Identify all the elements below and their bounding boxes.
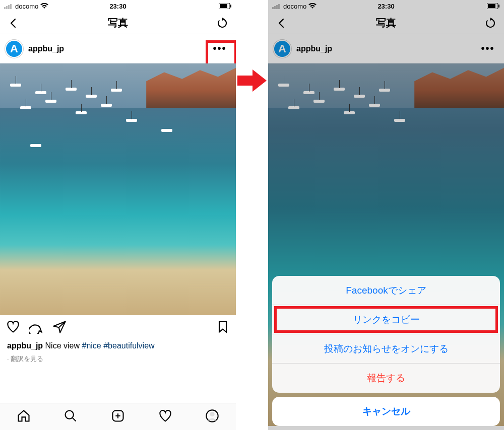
tab-bar (0, 403, 236, 430)
clock: 23:30 (0, 3, 236, 10)
more-button[interactable]: ••• (477, 38, 499, 60)
avatar-letter: A (10, 42, 18, 55)
avatar-letter: A (278, 42, 286, 55)
phone-left: docomo 23:30 写真 A appbu_jp ••• (0, 0, 236, 430)
page-title: 写真 (268, 16, 504, 30)
sheet-item-share-facebook[interactable]: Facebookでシェア (272, 276, 500, 305)
post-caption: appbu_jp Nice view #nice #beautifulview (0, 340, 236, 351)
sheet-item-notifications-on[interactable]: 投稿のお知らせをオンにする (272, 334, 500, 364)
avatar[interactable]: A (5, 40, 23, 58)
tab-add[interactable] (111, 409, 125, 425)
plus-square-icon (111, 409, 125, 423)
arrow-right-icon (237, 68, 267, 93)
annotation-arrow (236, 50, 268, 111)
nav-bar: 写真 (268, 12, 504, 34)
caption-text: Nice view (45, 341, 80, 350)
comment-button[interactable] (29, 320, 43, 336)
caption-hashtag-1[interactable]: #nice (82, 341, 101, 350)
svg-point-10 (210, 411, 215, 416)
tab-activity[interactable] (158, 409, 172, 425)
caption-hashtag-2[interactable]: #beautifulview (103, 341, 154, 350)
heart-icon (6, 320, 20, 334)
comment-icon (29, 320, 43, 334)
post-image[interactable] (0, 63, 236, 315)
action-sheet: Facebookでシェア リンクをコピー 投稿のお知らせをオンにする 報告する … (268, 272, 504, 430)
clock: 23:30 (268, 3, 504, 10)
post-actions (0, 315, 236, 340)
search-icon (64, 409, 78, 423)
post-username[interactable]: appbu_jp (28, 44, 64, 53)
more-icon: ••• (213, 43, 226, 54)
caption-username[interactable]: appbu_jp (7, 341, 43, 350)
bookmark-icon (216, 320, 230, 334)
action-sheet-panel: Facebookでシェア リンクをコピー 投稿のお知らせをオンにする 報告する (272, 276, 500, 393)
bookmark-button[interactable] (216, 320, 230, 336)
nav-bar: 写真 (0, 12, 236, 34)
sheet-item-report[interactable]: 報告する (272, 364, 500, 393)
tab-profile[interactable] (205, 409, 219, 425)
post-header: A appbu_jp ••• (268, 34, 504, 63)
post-header: A appbu_jp ••• (0, 34, 236, 63)
tab-home[interactable] (17, 409, 31, 425)
share-button[interactable] (52, 320, 67, 336)
svg-point-7 (66, 410, 74, 418)
sheet-cancel[interactable]: キャンセル (272, 397, 500, 426)
heart-outline-icon (158, 409, 172, 423)
send-icon (52, 320, 67, 334)
sheet-item-copy-link[interactable]: リンクをコピー (272, 305, 500, 334)
page-title: 写真 (0, 16, 236, 30)
translate-link[interactable]: · 翻訳を見る (0, 351, 236, 367)
status-bar: docomo 23:30 (0, 0, 236, 12)
more-button[interactable]: ••• (209, 38, 231, 60)
more-icon: ••• (481, 43, 494, 54)
like-button[interactable] (6, 320, 20, 336)
phone-right: docomo 23:30 写真 A appbu_jp ••• (268, 0, 504, 430)
profile-icon (205, 409, 219, 423)
avatar[interactable]: A (273, 40, 291, 58)
status-bar: docomo 23:30 (268, 0, 504, 12)
tab-search[interactable] (64, 409, 78, 425)
home-icon (17, 409, 31, 423)
post-username[interactable]: appbu_jp (296, 44, 332, 53)
